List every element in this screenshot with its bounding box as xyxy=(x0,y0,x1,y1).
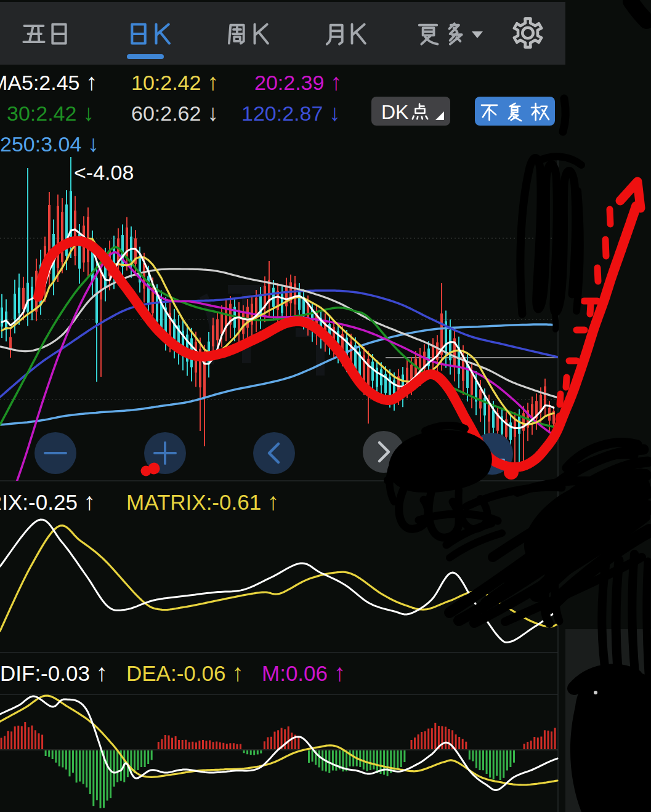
svg-text:<-4.08: <-4.08 xyxy=(74,161,134,184)
